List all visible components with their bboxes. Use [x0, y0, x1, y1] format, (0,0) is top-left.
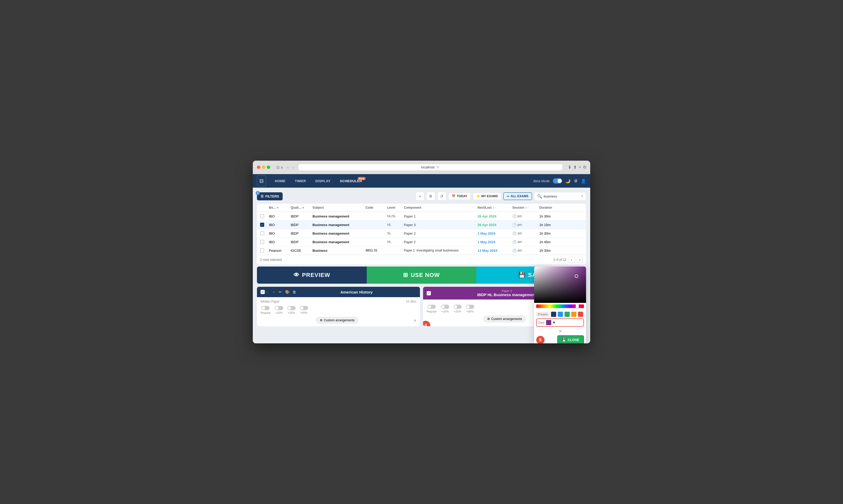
col-component[interactable]: Component: [404, 206, 477, 210]
use-now-button[interactable]: ⊞ USE NOW: [367, 267, 477, 284]
10pct2-toggle[interactable]: [441, 305, 449, 309]
tabs-icon[interactable]: ⧉: [583, 165, 586, 170]
nav-scheduler-btn[interactable]: SCHEDULER Beta: [335, 176, 367, 186]
color-cursor[interactable]: [575, 274, 578, 278]
address-bar[interactable]: localhost ↻: [298, 164, 562, 171]
preset-color-5[interactable]: [578, 312, 583, 317]
today-button[interactable]: 📅 TODAY: [448, 193, 471, 200]
rainbow-cursor[interactable]: [576, 304, 579, 309]
col-next-last[interactable]: Next/Last 1 ↑: [478, 206, 511, 210]
prev-page-btn[interactable]: ‹: [569, 257, 575, 263]
presets-label: Presets: [536, 312, 550, 317]
share-icon[interactable]: ⬆: [573, 165, 577, 170]
row1-quali: IBDP: [291, 214, 311, 218]
fav-color-1[interactable]: [546, 320, 551, 325]
forward-btn[interactable]: ›: [292, 165, 295, 170]
10pct-toggle[interactable]: [275, 306, 283, 310]
url-text: localhost: [421, 165, 434, 169]
col-bo[interactable]: Bo... ▼: [269, 206, 290, 210]
quali-filter-icon[interactable]: ▼: [302, 206, 304, 209]
add-button[interactable]: +: [415, 192, 424, 201]
close-x-btn[interactable]: ✕: [536, 329, 584, 334]
row4-duration: 1h 45m: [539, 240, 565, 244]
nav-home-btn[interactable]: HOME: [270, 176, 290, 186]
favs-row: Favs ♥: [536, 319, 584, 327]
user-icon[interactable]: 👤: [581, 179, 586, 183]
nav-timer-btn[interactable]: TIMER: [290, 176, 311, 186]
refresh-button[interactable]: ↺: [437, 192, 446, 201]
nav-display-btn[interactable]: DISPLAY: [311, 176, 335, 186]
col-code[interactable]: Code: [365, 206, 386, 210]
search-input[interactable]: [544, 194, 579, 198]
time-option-25: +25%: [287, 306, 295, 314]
add-tab-icon[interactable]: +: [579, 165, 581, 170]
search-clear-icon[interactable]: ✕: [580, 194, 583, 198]
next-sort-icon[interactable]: ↑: [495, 206, 496, 209]
25pct-toggle[interactable]: [287, 306, 295, 310]
all-exams-button[interactable]: ∞ ALL EXAMS: [503, 192, 532, 200]
close-traffic-light[interactable]: [257, 166, 260, 169]
card1-body: Written Paper 1h 30m Regular +10%: [257, 297, 420, 326]
col-quali[interactable]: Quali... ▼: [291, 206, 311, 210]
dark-mode-icon[interactable]: 🌙: [565, 179, 571, 183]
close-picker-button[interactable]: 💾 CLOSE: [557, 335, 584, 343]
card2-custom-btn[interactable]: ⚙ Custom arrangements: [483, 316, 526, 322]
preview-button[interactable]: 👁 PREVIEW: [257, 267, 367, 284]
session-sort-icon[interactable]: ↑: [527, 206, 529, 209]
save-icon: 💾: [518, 272, 525, 278]
clock-icon: 🕐: [512, 223, 517, 227]
preset-color-3[interactable]: [564, 312, 570, 317]
card1-palette-btn[interactable]: 🎨: [285, 289, 290, 294]
col-subject[interactable]: Subject: [312, 206, 364, 210]
preset-color-1[interactable]: [551, 312, 556, 317]
card1-actions: ← → ✏ 🎨 🗑: [265, 289, 297, 294]
card1-expand-btn[interactable]: ∨: [414, 318, 416, 322]
preset-color-2[interactable]: [558, 312, 563, 317]
regular2-toggle[interactable]: [428, 305, 436, 309]
row2-checkbox[interactable]: ✓: [260, 223, 264, 227]
25pct2-toggle[interactable]: [453, 305, 462, 309]
row3-checkbox[interactable]: [260, 231, 264, 235]
col-level[interactable]: Level: [387, 206, 403, 210]
download-icon[interactable]: ⬇: [568, 165, 571, 170]
row5-checkbox[interactable]: [260, 248, 264, 253]
card1-delete-btn[interactable]: 🗑: [292, 289, 297, 294]
row4-checkbox[interactable]: [260, 240, 264, 244]
row2-subject: Business management: [312, 223, 364, 227]
refresh-icon: ↺: [440, 194, 443, 198]
monitor-icon[interactable]: 🖥: [574, 179, 578, 183]
filters-button[interactable]: 2 ☰ FILTERS: [257, 192, 283, 200]
50pct2-toggle[interactable]: [466, 305, 474, 309]
color-gradient[interactable]: [534, 267, 586, 303]
row4-session: 🕐 am: [512, 240, 538, 244]
reload-icon[interactable]: ↻: [436, 165, 440, 169]
preset-color-4[interactable]: [571, 312, 576, 317]
col-session[interactable]: Session 2 ↑: [512, 206, 538, 210]
card1-checkbox[interactable]: ✓: [261, 290, 265, 294]
card2-checkbox[interactable]: ✓: [427, 291, 431, 295]
sidebar-toggle-btn[interactable]: ⊡ ∨: [275, 165, 284, 170]
card1-prev-btn[interactable]: ←: [265, 289, 269, 294]
card1-meta: Written Paper 1h 30m: [261, 300, 416, 303]
card1-next-btn[interactable]: →: [271, 289, 276, 294]
search-box[interactable]: 🔍 ✕: [534, 192, 586, 201]
card1-custom-btn[interactable]: ⚙ Custom arrangements: [316, 317, 359, 324]
50pct-toggle[interactable]: [300, 306, 308, 310]
back-btn[interactable]: ‹: [286, 165, 290, 170]
row5-date: 13 May 2024: [478, 249, 511, 253]
next-page-btn[interactable]: ›: [577, 257, 583, 263]
regular-toggle[interactable]: [262, 306, 270, 310]
row1-checkbox[interactable]: [260, 214, 264, 218]
maximize-traffic-light[interactable]: [267, 166, 270, 169]
card1-edit-btn[interactable]: ✏: [278, 289, 282, 294]
beta-mode-toggle[interactable]: [553, 178, 562, 183]
settings-button[interactable]: ⚙: [427, 192, 435, 201]
row4-bo: IBO: [269, 240, 290, 244]
heart-icon[interactable]: ♥: [553, 320, 555, 325]
minimize-traffic-light[interactable]: [262, 166, 265, 169]
rainbow-bar[interactable]: [536, 304, 584, 308]
step5-badge: 5: [536, 336, 544, 344]
my-exams-button[interactable]: ⭐ MY EXAMS: [473, 193, 501, 200]
bo-filter-icon[interactable]: ▼: [276, 206, 279, 209]
col-duration[interactable]: Duration: [539, 206, 565, 210]
